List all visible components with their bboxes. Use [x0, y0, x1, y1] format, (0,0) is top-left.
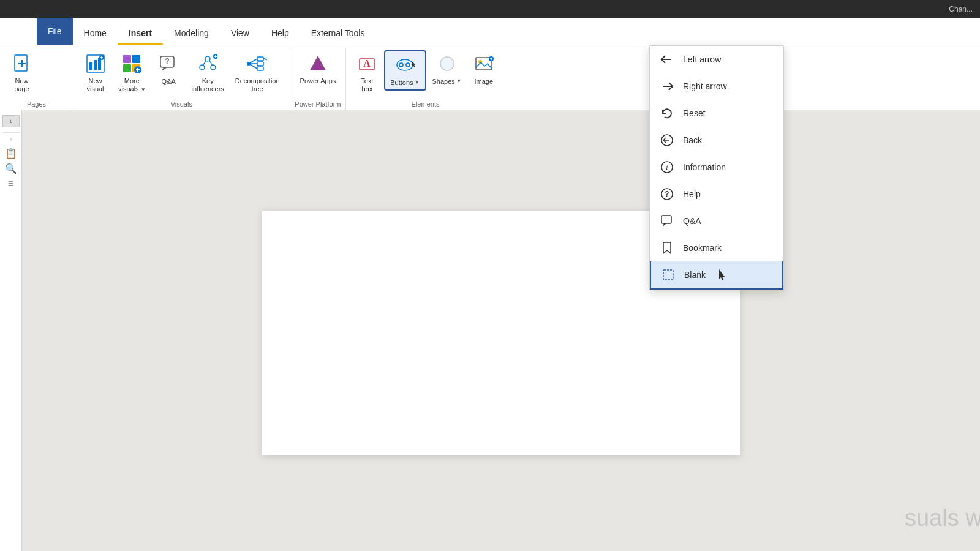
tab-home[interactable]: Home: [73, 23, 118, 45]
svg-point-44: [440, 57, 454, 70]
key-influencers-icon: [197, 53, 219, 75]
text-box-button[interactable]: A Textbox: [351, 50, 383, 96]
qna-icon: ?: [157, 53, 179, 75]
page-thumb-1[interactable]: 1: [2, 115, 20, 127]
left-arrow-label: Left arrow: [683, 54, 721, 64]
canvas-area: suals with your d: [22, 110, 980, 551]
back-label: Back: [683, 135, 702, 145]
svg-point-42: [406, 63, 410, 67]
qna-dropdown-icon: [660, 214, 674, 228]
left-panel: 1 ≡ 📋 🔍 ≡: [0, 110, 22, 551]
shapes-dropdown-arrow: ▼: [456, 78, 462, 85]
dropdown-item-bookmark[interactable]: Bookmark: [650, 234, 783, 261]
buttons-label: Buttons: [390, 78, 413, 87]
more-visuals-label: Morevisuals ▼: [118, 77, 146, 93]
title-bar-text: Chan...: [949, 5, 973, 13]
svg-rect-11: [132, 55, 140, 63]
sidebar-icon-2[interactable]: 🔍: [5, 163, 17, 174]
svg-line-22: [203, 61, 206, 65]
svg-rect-5: [94, 60, 97, 70]
bookmark-label: Bookmark: [683, 243, 722, 253]
qna-button[interactable]: ? Q&A: [152, 50, 186, 88]
svg-rect-32: [257, 62, 263, 66]
qna-label: Q&A: [161, 77, 175, 86]
text-box-icon: A: [356, 53, 378, 75]
shapes-icon: [436, 53, 458, 75]
svg-point-30: [247, 62, 251, 66]
tab-help[interactable]: Help: [260, 23, 300, 45]
visuals-section-label: Visuals: [74, 100, 290, 108]
svg-point-21: [211, 65, 216, 70]
svg-text:?: ?: [165, 57, 169, 66]
svg-rect-31: [257, 57, 263, 61]
dropdown-item-right-arrow[interactable]: Right arrow: [650, 73, 783, 100]
image-icon: [473, 53, 495, 75]
ribbon-toolbar: Newpage Pages Newvisual: [0, 45, 980, 110]
ribbon-section-elements: A Textbox Buttons ▼: [346, 48, 504, 110]
dropdown-item-help[interactable]: ? Help: [650, 181, 783, 208]
svg-text:A: A: [364, 58, 371, 69]
dropdown-item-information[interactable]: i Information: [650, 154, 783, 181]
svg-rect-33: [257, 67, 263, 70]
new-page-label: Newpage: [14, 77, 29, 93]
new-page-button[interactable]: Newpage: [5, 50, 39, 96]
image-button[interactable]: Image: [468, 50, 500, 88]
pages-panel-label[interactable]: ≡: [8, 138, 14, 141]
sidebar-icon-3[interactable]: ≡: [8, 178, 13, 189]
main-area: 1 ≡ 📋 🔍 ≡ suals with your d: [0, 110, 980, 551]
decomp-tree-icon: [246, 53, 268, 75]
key-influencers-button[interactable]: Keyinfluencers: [187, 50, 229, 96]
decomp-tree-button[interactable]: Decompositiontree: [230, 50, 285, 96]
tab-external-tools[interactable]: External Tools: [300, 23, 376, 45]
dropdown-item-left-arrow[interactable]: Left arrow: [650, 46, 783, 73]
new-visual-label: Newvisual: [86, 77, 104, 93]
shapes-button[interactable]: Shapes ▼: [428, 50, 467, 88]
svg-line-23: [209, 61, 212, 65]
svg-text:?: ?: [665, 190, 669, 198]
buttons-button[interactable]: Buttons ▼: [384, 50, 426, 91]
svg-line-35: [263, 59, 267, 60]
blank-label: Blank: [684, 270, 706, 280]
power-apps-label: Power Apps: [300, 77, 336, 85]
title-bar: Chan...: [0, 0, 980, 18]
qna-dropdown-label: Q&A: [683, 216, 701, 226]
buttons-dropdown-arrow: ▼: [415, 79, 420, 86]
reset-icon: [660, 106, 674, 121]
tab-file[interactable]: File: [37, 18, 73, 45]
svg-point-20: [200, 65, 205, 70]
ribbon-section-pages: Newpage Pages: [0, 48, 74, 110]
sidebar-icon-1[interactable]: 📋: [5, 148, 17, 159]
pages-section-label: Pages: [0, 100, 73, 108]
svg-point-19: [205, 56, 210, 61]
cursor-icon: [717, 268, 728, 282]
tab-view[interactable]: View: [220, 23, 260, 45]
reset-label: Reset: [683, 108, 706, 118]
dropdown-item-blank[interactable]: Blank: [650, 261, 783, 290]
decomp-tree-label: Decompositiontree: [235, 77, 280, 93]
tab-insert[interactable]: Insert: [118, 23, 163, 45]
tab-bar: File Home Insert Modeling View Help Exte…: [0, 18, 980, 45]
ribbon-section-visuals: Newvisual Morevisuals ▼: [74, 48, 290, 110]
new-visual-icon: [85, 53, 107, 75]
more-visuals-button[interactable]: Morevisuals ▼: [113, 50, 151, 96]
svg-rect-59: [663, 270, 673, 280]
dropdown-item-reset[interactable]: Reset: [650, 100, 783, 127]
svg-point-41: [399, 63, 403, 67]
new-visual-button[interactable]: Newvisual: [78, 50, 112, 96]
svg-rect-10: [123, 55, 131, 63]
svg-rect-12: [123, 64, 131, 72]
dropdown-item-back[interactable]: Back: [650, 127, 783, 154]
text-box-label: Textbox: [361, 77, 373, 93]
power-apps-button[interactable]: Power Apps: [295, 50, 341, 88]
information-label: Information: [683, 162, 726, 172]
left-arrow-icon: [660, 52, 674, 67]
tab-modeling[interactable]: Modeling: [163, 23, 220, 45]
shapes-label: Shapes: [432, 77, 455, 86]
dropdown-item-qna[interactable]: Q&A: [650, 208, 783, 234]
bookmark-icon: [660, 241, 674, 255]
svg-rect-4: [89, 62, 92, 70]
power-platform-label: Power Platform: [290, 100, 346, 108]
blank-icon: [661, 268, 676, 282]
elements-section-label: Elements: [346, 100, 504, 108]
key-influencers-label: Keyinfluencers: [192, 77, 224, 93]
